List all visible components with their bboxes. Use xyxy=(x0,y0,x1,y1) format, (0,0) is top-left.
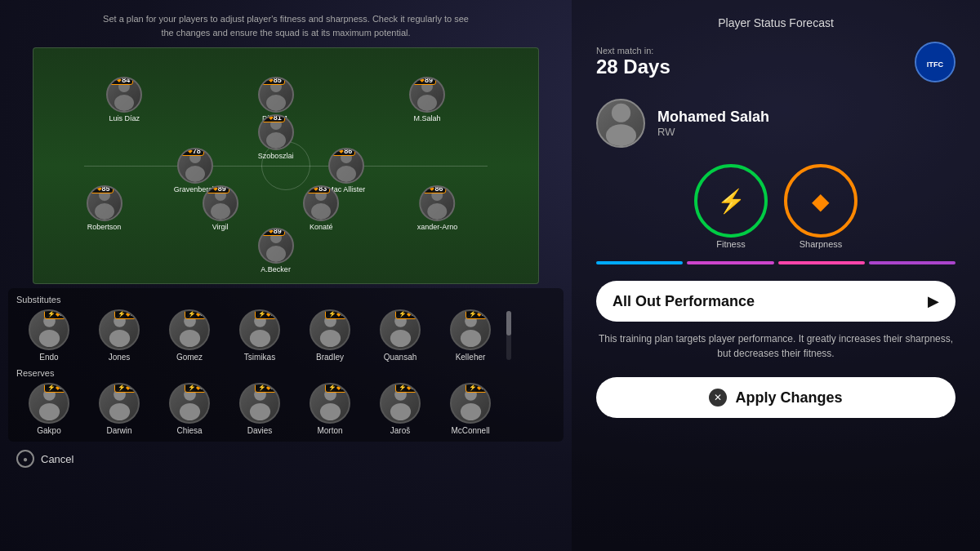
player-card-avatar xyxy=(596,99,645,148)
player-konate[interactable]: ⚡◆83 Konaté xyxy=(303,185,339,231)
cancel-icon: ● xyxy=(16,450,34,468)
match-days: Next match in: 28 Days xyxy=(596,46,670,78)
player-avatar: ⚡◆85 xyxy=(258,77,294,113)
reserves-label: Reserves xyxy=(16,368,555,378)
sub-avatar: ⚡◆75 xyxy=(380,309,421,350)
player-avatar: ⚡◆84 xyxy=(106,77,142,113)
scrollbar[interactable] xyxy=(506,311,511,360)
fitness-label: Fitness xyxy=(716,239,745,249)
svg-point-19 xyxy=(427,203,447,220)
substitutes-row: ⚡◆80 Endo ⚡◆79 Jones ⚡ xyxy=(16,309,503,362)
svg-point-49 xyxy=(460,403,480,420)
plan-button[interactable]: All Out Performance ▶ xyxy=(596,281,956,322)
player-avatar: ⚡◆89 xyxy=(409,77,445,113)
svg-point-47 xyxy=(390,403,410,420)
player-robertson[interactable]: ⚡◆85 Robertson xyxy=(87,185,122,231)
player-avatar: ⚡◆85 xyxy=(87,185,122,221)
res-jaros[interactable]: ⚡◆68 Jaroš xyxy=(368,383,433,435)
player-becker[interactable]: ⚡◆89 A.Becker xyxy=(258,228,294,273)
apply-x-icon: ✕ xyxy=(709,389,727,407)
sub-avatar: ⚡◆68 xyxy=(380,383,421,424)
svg-point-5 xyxy=(417,95,437,111)
main-container: Set a plan for your players to adjust pl… xyxy=(0,0,980,551)
res-mcconnell[interactable]: ⚡◆63 McConnell xyxy=(438,383,503,435)
svg-point-15 xyxy=(211,203,230,220)
res-morton[interactable]: ⚡◆72 Morton xyxy=(297,383,363,435)
svg-text:ITFC: ITFC xyxy=(927,60,944,69)
res-gakpo[interactable]: ⚡◆83 Gakpo xyxy=(16,383,82,435)
res-chiesa[interactable]: ⚡◆84 Chiesa xyxy=(157,383,222,435)
sub-avatar: ⚡◆77 xyxy=(450,309,491,350)
player-card-info: Mohamed Salah RW xyxy=(657,109,769,138)
sub-bradley[interactable]: ⚡◆75 Bradley xyxy=(297,309,363,362)
player-avatar: ⚡◆83 xyxy=(303,185,339,221)
progress-bar-pink xyxy=(778,261,865,264)
reserves-row: ⚡◆83 Gakpo ⚡◆82 Darwin ⚡◆84 C xyxy=(16,383,555,435)
player-salah[interactable]: ⚡◆89 M.Salah xyxy=(409,77,445,122)
sub-avatar: ⚡◆77 xyxy=(239,309,280,350)
sub-endo[interactable]: ⚡◆80 Endo xyxy=(16,309,82,362)
days-count: 28 Days xyxy=(596,56,670,78)
svg-point-7 xyxy=(266,132,286,149)
sharpness-diamond-icon: ◆ xyxy=(812,188,830,215)
svg-point-25 xyxy=(109,330,129,347)
svg-point-9 xyxy=(185,166,205,182)
svg-point-17 xyxy=(311,203,331,220)
fitness-lightning-icon: ⚡ xyxy=(717,188,746,215)
apply-changes-button[interactable]: ✕ Apply Changes xyxy=(596,377,956,418)
progress-bar-blue xyxy=(596,261,683,264)
svg-point-43 xyxy=(249,403,270,420)
plan-button-label: All Out Performance xyxy=(612,293,755,310)
res-darwin[interactable]: ⚡◆82 Darwin xyxy=(87,383,152,435)
svg-point-11 xyxy=(336,166,356,182)
player-card-name: Mohamed Salah xyxy=(657,109,769,126)
progress-bars xyxy=(596,261,956,264)
sub-avatar: ⚡◆83 xyxy=(29,383,69,424)
player-luis-diaz[interactable]: ⚡◆84 Luis Díaz xyxy=(106,77,142,122)
svg-point-45 xyxy=(319,403,340,420)
progress-bar-purple2 xyxy=(869,261,956,264)
right-panel: Player Status Forecast Next match in: 28… xyxy=(572,0,980,551)
sub-gomez[interactable]: ⚡◆80 Gomez xyxy=(157,309,222,362)
res-davies[interactable]: ⚡◆61 Davies xyxy=(227,383,292,435)
scrollbar-thumb xyxy=(506,311,511,335)
svg-point-21 xyxy=(266,246,286,262)
player-alexander-arnold[interactable]: ⚡◆86 xander-Arno xyxy=(417,185,458,231)
sub-quansah[interactable]: ⚡◆75 Quansah xyxy=(368,309,433,362)
sub-avatar: ⚡◆75 xyxy=(310,309,350,350)
pitch-container: ⚡◆84 Luis Díaz ⚡◆85 Diogo J. ⚡◆89 xyxy=(33,47,539,284)
sub-avatar: ⚡◆80 xyxy=(29,309,69,350)
svg-point-23 xyxy=(38,330,59,347)
svg-point-13 xyxy=(95,203,114,220)
forecast-title: Player Status Forecast xyxy=(596,16,956,29)
svg-point-1 xyxy=(114,95,134,111)
player-virgil[interactable]: ⚡◆89 Virgil xyxy=(203,185,238,231)
player-avatar: ⚡◆89 xyxy=(258,228,294,264)
cancel-button[interactable]: ● Cancel xyxy=(0,442,572,476)
match-info: Next match in: 28 Days ITFC xyxy=(596,42,956,82)
sub-tsimikas[interactable]: ⚡◆77 Tsimikas xyxy=(227,309,292,362)
player-szoboszlai[interactable]: ⚡◆81 Szoboszlai xyxy=(258,114,294,160)
sub-avatar: ⚡◆82 xyxy=(99,383,140,424)
svg-point-39 xyxy=(109,403,129,420)
player-avatar: ⚡◆86 xyxy=(328,148,364,184)
sub-kelleher[interactable]: ⚡◆77 Kelleher xyxy=(438,309,503,362)
player-avatar: ⚡◆86 xyxy=(419,185,455,221)
svg-point-29 xyxy=(249,330,270,347)
next-match-label: Next match in: xyxy=(596,46,670,56)
svg-point-35 xyxy=(460,330,480,347)
sub-avatar: ⚡◆72 xyxy=(310,383,350,424)
player-avatar: ⚡◆89 xyxy=(203,185,238,221)
left-panel: Set a plan for your players to adjust pl… xyxy=(0,0,572,551)
fitness-circle: ⚡ xyxy=(694,164,768,238)
player-avatar: ⚡◆78 xyxy=(177,148,213,184)
progress-bar-purple xyxy=(687,261,773,264)
plan-arrow-icon: ▶ xyxy=(928,292,939,310)
player-avatar: ⚡◆81 xyxy=(258,114,294,150)
sub-jones[interactable]: ⚡◆79 Jones xyxy=(87,309,152,362)
svg-point-3 xyxy=(266,95,286,111)
instructions: Set a plan for your players to adjust pl… xyxy=(0,8,572,43)
sub-avatar: ⚡◆84 xyxy=(169,383,210,424)
sub-avatar: ⚡◆80 xyxy=(169,309,210,350)
sub-avatar: ⚡◆79 xyxy=(99,309,140,350)
